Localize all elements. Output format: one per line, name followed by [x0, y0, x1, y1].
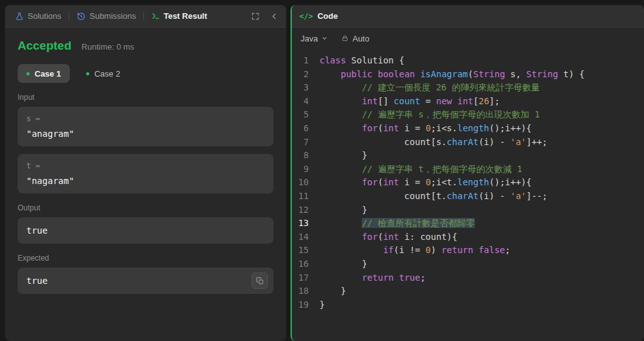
code-line-content: count[t.charAt(i) - 'a']--; [319, 190, 547, 203]
test-result-panel: Solutions Submissions Test Result [5, 5, 286, 341]
input-s-name: s = [26, 114, 265, 123]
code-line-content: public boolean isAnagram(String s, Strin… [319, 68, 585, 82]
code-line-18: 18 } [292, 284, 644, 298]
code-line-8: 8 } [292, 149, 644, 163]
input-t-box[interactable]: t = "nagaram" [18, 154, 274, 193]
case-dot [26, 72, 30, 75]
input-t-name: t = [26, 161, 265, 170]
code-line-content: // 遍歷字串 t，把每個字母的次數減 1 [319, 163, 522, 176]
code-panel: </> Code Java Auto 1class Solution {2 pu… [291, 5, 644, 341]
line-number: 9 [292, 163, 319, 176]
tab-submissions-label: Submissions [89, 11, 136, 21]
code-editor[interactable]: 1class Solution {2 public boolean isAnag… [292, 49, 644, 341]
code-line-content: int[] count = new int[26]; [319, 95, 500, 109]
status-accepted: Accepted [18, 39, 72, 53]
case-2-label: Case 2 [94, 69, 120, 78]
code-line-content: // 遍歷字串 s，把每個字母的出現次數加 1 [319, 108, 540, 122]
case-dot [86, 72, 89, 75]
line-number: 18 [292, 284, 319, 298]
line-number: 7 [292, 136, 319, 149]
input-t-value: "nagaram" [26, 176, 265, 186]
code-line-content: } [319, 298, 325, 312]
input-s-box[interactable]: s = "anagram" [18, 107, 274, 146]
workspace: Solutions Submissions Test Result [0, 0, 644, 341]
runtime-text: Runtime: 0 ms [82, 42, 135, 51]
editor-toolbar: Java Auto [292, 28, 644, 49]
code-line-19: 19} [292, 298, 644, 312]
code-line-10: 10 for(int i = 0;i<t.length();i++){ [292, 176, 644, 190]
code-line-content: // 檢查所有計數是否都歸零 [319, 217, 475, 230]
code-line-content: } [319, 203, 367, 217]
copy-icon[interactable] [252, 273, 268, 289]
code-line-2: 2 public boolean isAnagram(String s, Str… [292, 68, 644, 82]
history-icon [77, 12, 86, 21]
tab-test-result-label: Test Result [164, 11, 207, 21]
code-line-15: 15 if(i != 0) return false; [292, 244, 644, 257]
tab-solutions[interactable]: Solutions [13, 11, 64, 21]
code-icon: </> [299, 12, 313, 21]
auto-toggle[interactable]: Auto [341, 34, 369, 43]
code-line-6: 6 for(int i = 0;i<s.length();i++){ [292, 122, 644, 136]
case-2-chip[interactable]: Case 2 [77, 64, 129, 83]
line-number: 14 [292, 230, 319, 244]
code-line-content: for(int i: count){ [319, 230, 457, 244]
code-line-content: } [319, 257, 367, 271]
code-line-5: 5 // 遍歷字串 s，把每個字母的出現次數加 1 [292, 108, 644, 122]
line-number: 2 [292, 68, 319, 82]
line-number: 17 [292, 271, 319, 285]
expected-box: true [18, 268, 274, 294]
code-line-4: 4 int[] count = new int[26]; [292, 95, 644, 109]
code-line-content: for(int i = 0;i<s.length();i++){ [319, 122, 531, 136]
output-box: true [18, 217, 274, 244]
test-result-panel-header: Solutions Submissions Test Result [5, 5, 286, 28]
code-line-content: } [319, 284, 346, 298]
chevron-left-icon[interactable] [270, 12, 279, 21]
line-number: 4 [292, 95, 319, 109]
input-label: Input [18, 93, 274, 102]
code-line-content: return true; [319, 271, 426, 285]
language-label: Java [301, 34, 318, 43]
expand-icon[interactable] [251, 12, 260, 21]
line-number: 15 [292, 244, 319, 257]
auto-label: Auto [352, 34, 369, 43]
result-row: Accepted Runtime: 0 ms [18, 39, 274, 53]
code-line-content: // 建立一個長度 26 的陣列來統計字母數量 [319, 81, 540, 95]
language-selector[interactable]: Java [301, 34, 328, 43]
code-title: </> Code [299, 11, 338, 21]
code-line-11: 11 count[t.charAt(i) - 'a']--; [292, 190, 644, 203]
code-panel-title: Code [318, 11, 338, 21]
code-line-3: 3 // 建立一個長度 26 的陣列來統計字母數量 [292, 81, 644, 95]
tab-submissions[interactable]: Submissions [74, 11, 138, 21]
line-number: 12 [292, 203, 319, 217]
case-1-label: Case 1 [35, 69, 61, 78]
code-line-content: count[s.charAt(i) - 'a']++; [319, 136, 547, 149]
case-row: Case 1 Case 2 [18, 64, 274, 83]
line-number: 16 [292, 257, 319, 271]
code-line-content: for(int i = 0;i<t.length();i++){ [319, 176, 531, 190]
code-line-14: 14 for(int i: count){ [292, 230, 644, 244]
line-number: 11 [292, 190, 319, 203]
tab-solutions-label: Solutions [28, 11, 61, 21]
line-number: 10 [292, 176, 319, 190]
lock-icon [341, 35, 348, 42]
output-value: true [26, 225, 265, 235]
code-line-16: 16 } [292, 257, 644, 271]
panel-header-actions [251, 12, 279, 21]
tab-test-result[interactable]: Test Result [149, 11, 209, 21]
chevron-down-icon [321, 35, 328, 41]
terminal-icon [152, 12, 160, 20]
tab-divider [143, 12, 144, 21]
line-number: 3 [292, 81, 319, 95]
code-line-1: 1class Solution { [292, 54, 644, 68]
line-number: 5 [292, 108, 319, 122]
code-line-13: 13 // 檢查所有計數是否都歸零 [292, 217, 644, 230]
case-1-chip[interactable]: Case 1 [18, 64, 70, 83]
line-number: 8 [292, 149, 319, 163]
output-label: Output [18, 203, 274, 212]
line-number: 1 [292, 54, 319, 68]
code-line-content: if(i != 0) return false; [319, 244, 511, 257]
code-line-content: class Solution { [319, 54, 404, 68]
code-line-content: } [319, 149, 367, 163]
line-number: 19 [292, 298, 319, 312]
test-result-body: Accepted Runtime: 0 ms Case 1 Case 2 Inp… [5, 28, 286, 311]
